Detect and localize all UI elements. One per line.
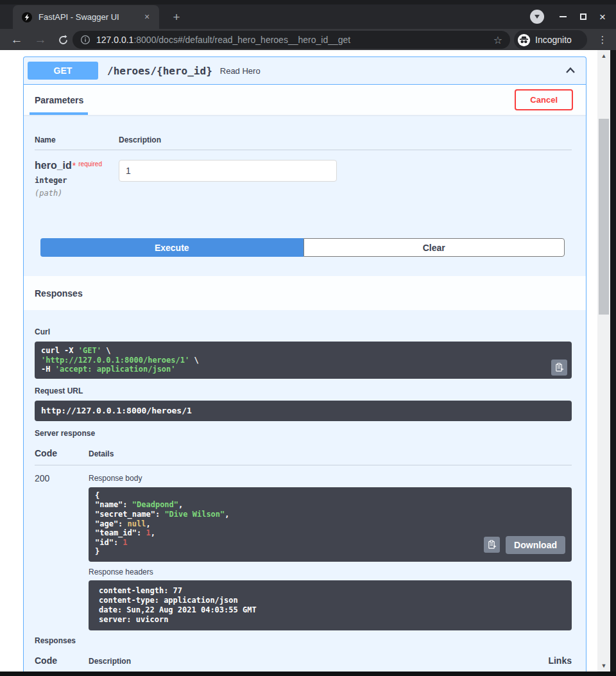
response-body-block: { "name": "Deadpond", "secret_name": "Di… (89, 487, 572, 562)
caret-down-icon (535, 15, 540, 19)
parameter-meta: hero_id*required integer (path) (35, 160, 119, 198)
new-tab-button[interactable]: + (168, 9, 185, 26)
parameter-type: integer (35, 176, 119, 185)
server-response-table-head: Code Details (35, 448, 572, 465)
parameter-location: (path) (35, 189, 119, 198)
window-right-edge (610, 50, 616, 676)
curl-command-text: curl -X 'GET' \ 'http://127.0.0.1:8000/h… (41, 346, 565, 374)
browser-menu-button[interactable]: ⋮ (595, 31, 610, 48)
incognito-badge: Incognito (514, 30, 587, 49)
close-icon: × (599, 12, 606, 22)
parameters-section-header: Parameters Cancel (24, 85, 586, 115)
code-column-header: Code (35, 655, 89, 666)
tab-title: FastAPI - Swagger UI (38, 12, 141, 22)
tab-close-icon[interactable]: × (141, 12, 153, 23)
incognito-label: Incognito (535, 35, 572, 45)
url-path: :8000/docs#/default/read_hero_heroes__he… (133, 35, 350, 45)
execute-button[interactable]: Execute (40, 238, 304, 257)
endpoint-path: /heroes/{hero_id} (107, 65, 212, 77)
cancel-button[interactable]: Cancel (515, 89, 573, 110)
links-column-header: Links (548, 655, 572, 666)
clear-button[interactable]: Clear (304, 238, 565, 257)
minimize-icon (560, 16, 567, 17)
back-button[interactable]: ← (8, 31, 25, 48)
parameters-table-head: Name Description (35, 135, 572, 150)
response-headers-label: Response headers (89, 568, 572, 576)
required-label: required (78, 160, 102, 168)
reload-button[interactable] (55, 31, 71, 48)
window-bottom-edge (0, 672, 616, 676)
browser-toolbar: ← → 127.0.0.1:8000/docs#/default/read_he… (0, 29, 616, 50)
request-url-block: http://127.0.0.1:8000/heroes/1 (35, 401, 572, 421)
response-body-label: Response body (89, 474, 572, 483)
bookmark-star-icon[interactable]: ☆ (493, 34, 502, 46)
copy-curl-button[interactable] (551, 360, 567, 376)
browser-tab[interactable]: FastAPI - Swagger UI × (13, 5, 159, 29)
request-url-text: http://127.0.0.1:8000/heroes/1 (41, 406, 565, 415)
documented-responses-table-head: Code Description Links (35, 655, 572, 672)
opblock-header[interactable]: GET /heroes/{hero_id} Read Hero (24, 57, 586, 85)
browser-window: FastAPI - Swagger UI × + × ← → 127.0.0.1… (0, 0, 616, 676)
description-column-header: Description (119, 135, 572, 144)
forward-button[interactable]: → (32, 31, 49, 48)
info-icon[interactable] (80, 35, 90, 45)
responses-section-header: Responses (24, 276, 586, 310)
details-column-header: Details (89, 449, 572, 458)
responses-title: Responses (35, 288, 83, 299)
incognito-icon (517, 33, 531, 47)
hero-id-input[interactable] (119, 160, 337, 182)
clipboard-icon (554, 363, 564, 372)
documented-responses-label: Responses (35, 636, 572, 645)
parameters-table: Name Description hero_id*required intege… (24, 115, 586, 198)
curl-label: Curl (35, 327, 572, 336)
maximize-button[interactable] (576, 9, 591, 24)
parameter-row: hero_id*required integer (path) (35, 160, 572, 198)
parameter-description-cell (119, 160, 337, 198)
curl-command-block: curl -X 'GET' \ 'http://127.0.0.1:8000/h… (35, 342, 572, 379)
url-host: 127.0.0.1 (96, 35, 133, 45)
execute-wrapper: Execute Clear (24, 198, 586, 257)
response-headers-text: content-length: 77content-type: applicat… (99, 586, 561, 625)
method-badge: GET (28, 62, 98, 80)
scroll-down-icon[interactable]: ▼ (597, 661, 610, 671)
reload-icon (58, 35, 69, 46)
status-code: 200 (35, 473, 89, 630)
response-body-buttons: Download (484, 536, 565, 554)
code-column-header: Code (35, 448, 89, 458)
swagger-page: GET /heroes/{hero_id} Read Hero Paramete… (0, 50, 610, 672)
response-details-cell: Response body { "name": "Deadpond", "sec… (89, 473, 572, 630)
browser-caret-button[interactable] (530, 10, 544, 24)
copy-response-button[interactable] (484, 537, 500, 553)
minimize-button[interactable] (555, 9, 570, 24)
clipboard-icon (487, 540, 497, 550)
window-top-strip (0, 0, 616, 4)
server-response-label: Server response (35, 429, 572, 438)
description-column-header: Description (89, 657, 548, 666)
tab-parameters: Parameters (35, 85, 83, 115)
page-scrollbar[interactable]: ▲ ▼ (597, 50, 610, 672)
request-url-label: Request URL (35, 386, 572, 395)
download-button[interactable]: Download (506, 536, 565, 554)
opblock-get: GET /heroes/{hero_id} Read Hero Paramete… (23, 56, 586, 672)
scrollbar-thumb[interactable] (599, 119, 609, 315)
responses-body: Curl curl -X 'GET' \ 'http://127.0.0.1:8… (24, 327, 586, 672)
spacer (24, 257, 586, 276)
tab-bar: FastAPI - Swagger UI × + × (0, 0, 616, 29)
name-column-header: Name (35, 135, 119, 144)
url-text[interactable]: 127.0.0.1:8000/docs#/default/read_hero_h… (96, 35, 488, 45)
chevron-up-icon[interactable] (564, 64, 577, 77)
url-bar[interactable]: 127.0.0.1:8000/docs#/default/read_hero_h… (73, 31, 510, 49)
close-window-button[interactable]: × (595, 9, 610, 24)
response-headers-block: content-length: 77content-type: applicat… (89, 580, 572, 630)
scroll-up-icon[interactable]: ▲ (597, 51, 610, 61)
required-asterisk: * (73, 160, 76, 171)
endpoint-summary: Read Hero (220, 66, 261, 76)
server-response-row: 200 Response body { "name": "Deadpond", … (35, 473, 572, 630)
parameter-name: hero_id (35, 160, 72, 171)
maximize-icon (580, 13, 586, 20)
fastapi-favicon-icon (22, 12, 32, 22)
